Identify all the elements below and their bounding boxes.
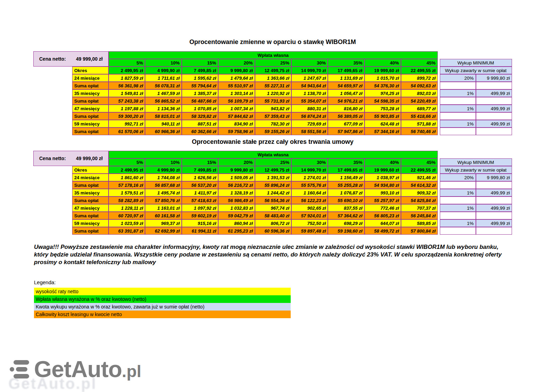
rata-value: 1 038,97 zł (365, 174, 401, 181)
rata-value: 967,74 zł (255, 204, 291, 212)
rata-value: 729,69 zł (291, 120, 328, 128)
suma-oplat-value: 54 092,63 zł (401, 82, 437, 89)
percent-header: 10% (145, 158, 181, 166)
rata-value: 1 391,53 zł (255, 174, 291, 181)
rata-value: 902,65 zł (291, 204, 328, 212)
variable-rate-lease-table: Cena netto:49 999,00 złWpłata własna5%10… (33, 51, 512, 135)
suma-oplat-value: 57 850,76 zł (145, 197, 181, 204)
wykup-kwota-cell (476, 227, 512, 235)
wykup-percent-cell (440, 112, 476, 120)
rata-value: 834,90 zł (218, 120, 255, 128)
wykup-kwota-cell: 499,99 zł (476, 89, 512, 97)
rata-value: 1 007,34 zł (218, 105, 255, 112)
wplata-kwota-value: 12 499,75 zł (255, 67, 291, 74)
legend-item-kwota-wykupu: Kwota wykupu wyrażona w % oraz kwotowo, … (34, 303, 291, 311)
suma-oplat-label: Suma opłat (72, 227, 109, 235)
wykup-kwota-cell (476, 212, 512, 219)
suma-oplat-value: 60 362,66 zł (182, 128, 218, 135)
suma-oplat-value: 57 359,43 zł (255, 112, 291, 120)
percent-header: 30% (291, 158, 328, 166)
rata-value: 892,03 zł (401, 89, 437, 97)
rata-value: 1 076,87 zł (328, 189, 364, 197)
rata-value: 1 328,19 zł (218, 189, 255, 197)
rata-value: 943,82 zł (255, 105, 291, 112)
suma-oplat-value: 57 924,01 zł (291, 212, 328, 219)
rata-value: 1 411,97 zł (182, 189, 218, 197)
wykup-percent-cell: 1% (440, 219, 476, 227)
suma-oplat-value: 60 720,97 zł (109, 212, 145, 219)
wplata-kwota-value: 14 999,70 zł (291, 166, 328, 174)
rata-value: 1 138,70 zł (291, 89, 328, 97)
percent-header: 15% (182, 59, 218, 67)
suma-oplat-value: 55 903,85 zł (365, 112, 401, 120)
wykup-kwota-cell (476, 197, 512, 204)
rata-value: 915,16 zł (182, 219, 218, 227)
suma-oplat-value: 56 857,68 zł (145, 181, 181, 189)
rata-value: 974,25 zł (365, 89, 401, 97)
suma-oplat-value: 63 391,87 zł (109, 227, 145, 235)
wplata-kwota-value: 17 499,65 zł (328, 166, 364, 174)
okres-row-label: 59 miesięcy (72, 120, 109, 128)
cena-netto-label: Cena netto: (39, 56, 66, 62)
wykup-percent-cell: 20% (440, 174, 476, 181)
wplata-kwota-value: 4 999,90 zł (145, 166, 181, 174)
legend-item-rata-netto: wysokość raty netto (34, 288, 291, 295)
wplata-kwota-value: 9 999,80 zł (218, 67, 255, 74)
suma-oplat-value: 56 986,49 zł (218, 197, 255, 204)
percent-header: 5% (109, 158, 145, 166)
wplata-kwota-value: 2 499,95 zł (109, 166, 145, 174)
wykup-kwota-cell (476, 181, 512, 189)
wykup-kwota-cell: 499,99 zł (476, 120, 512, 128)
suma-oplat-value: 57 178,16 zł (109, 181, 145, 189)
percent-header: 20% (218, 158, 255, 166)
suma-oplat-value: 56 865,52 zł (145, 97, 181, 105)
icon-bar-top (14, 360, 29, 365)
rata-value: 571,88 zł (401, 120, 437, 128)
rata-value: 772,46 zł (365, 204, 401, 212)
suma-oplat-value: 59 300,20 zł (109, 112, 145, 120)
suma-oplat-value: 55 575,76 zł (291, 181, 328, 189)
percent-header: 25% (255, 158, 291, 166)
icon-bar-middle (16, 367, 27, 372)
suma-oplat-value: 56 245,84 zł (401, 212, 437, 219)
suma-oplat-value: 54 659,97 zł (328, 82, 364, 89)
okres-label: Okres (72, 67, 109, 74)
suma-oplat-value: 58 483,40 zł (255, 212, 291, 219)
legend-title: Legenda: (34, 279, 291, 285)
suma-oplat-value: 59 897,48 zł (291, 227, 328, 235)
rata-value: 969,37 zł (145, 219, 181, 227)
suma-oplat-value: 54 825,84 zł (401, 197, 437, 204)
wplata-kwota-value: 9 999,80 zł (218, 166, 255, 174)
rata-value: 707,37 zł (401, 204, 437, 212)
fixed-rate-table-title: Oprocentowanie stałe przez cały okres tr… (33, 138, 512, 146)
suma-oplat-value: 56 537,20 zł (182, 181, 218, 189)
okres-row-label: 24 miesiące (72, 174, 109, 181)
suma-oplat-value: 56 078,31 zł (145, 82, 181, 89)
wykup-percent-cell (440, 97, 476, 105)
rata-value: 1 385,37 zł (182, 89, 218, 97)
rata-value: 1 274,01 zł (291, 174, 328, 181)
rata-value: 1 549,81 zł (109, 89, 145, 97)
suma-oplat-value: 57 844,62 zł (218, 112, 255, 120)
legend: Legenda: wysokość raty netto Wpłata włas… (34, 279, 291, 318)
suma-oplat-value: 57 418,63 zł (182, 197, 218, 204)
rata-value: 1 134,36 zł (145, 105, 181, 112)
suma-oplat-value: 55 227,31 zł (255, 82, 291, 89)
suma-oplat-value: 57 243,38 zł (109, 97, 145, 105)
okres-row-label: 59 miesięcy (72, 219, 109, 227)
okres-row-label: 47 miesięcy (72, 204, 109, 212)
wplata-kwota-value: 12 499,75 zł (255, 166, 291, 174)
suma-oplat-value: 54 376,30 zł (365, 82, 401, 89)
suma-oplat-label: Suma opłat (72, 82, 109, 89)
icon-bar-bottom (14, 374, 29, 378)
suma-oplat-value: 56 216,72 zł (218, 181, 255, 189)
rata-value: 1 626,56 zł (182, 174, 218, 181)
rata-value: 1 247,67 zł (291, 74, 328, 82)
wplata-wlasna-header: Wpłata własna (109, 151, 438, 158)
suma-oplat-value: 55 257,97 zł (365, 197, 401, 204)
wykup-percent-cell: 1% (440, 105, 476, 112)
wykup-kwota-cell: 499,99 zł (476, 204, 512, 212)
fixed-rate-lease-table: Cena netto:49 999,00 złWpłata własna5%10… (33, 151, 512, 235)
rata-value: 921,46 zł (401, 174, 437, 181)
suma-oplat-value: 58 282,89 zł (109, 197, 145, 204)
